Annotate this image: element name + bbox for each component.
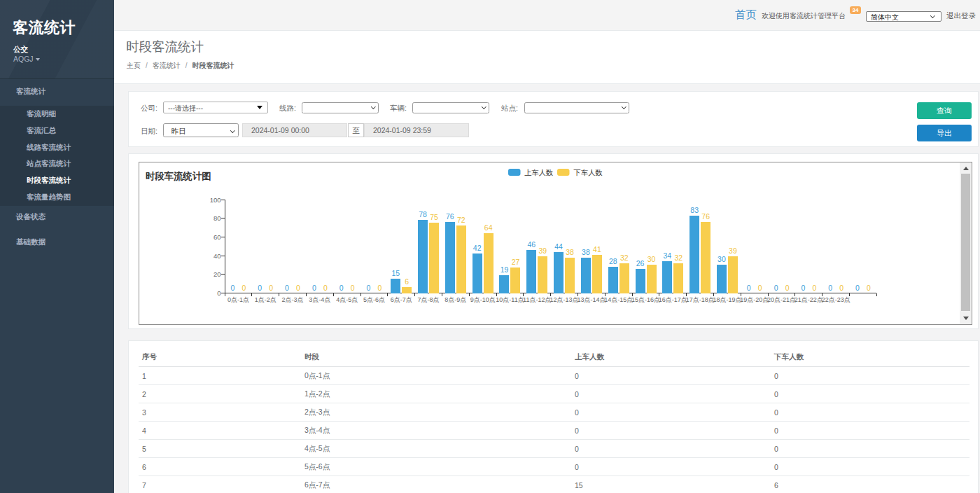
svg-text:0: 0	[839, 284, 844, 292]
svg-text:39: 39	[538, 246, 547, 255]
svg-text:30: 30	[718, 255, 726, 263]
svg-text:0: 0	[801, 284, 805, 292]
svg-text:0: 0	[378, 284, 382, 292]
svg-text:下车人数: 下车人数	[574, 169, 603, 176]
svg-text:34: 34	[663, 251, 671, 260]
svg-text:0点-1点: 0点-1点	[227, 296, 249, 303]
svg-text:38: 38	[582, 248, 590, 256]
svg-text:76: 76	[446, 212, 454, 221]
svg-text:8点-9点: 8点-9点	[444, 296, 466, 303]
svg-text:5点-6点: 5点-6点	[363, 296, 385, 303]
svg-text:22点-23点: 22点-23点	[822, 296, 850, 303]
svg-text:时段车流统计图: 时段车流统计图	[146, 171, 211, 181]
svg-text:15: 15	[391, 269, 400, 277]
svg-text:0: 0	[747, 284, 751, 292]
svg-text:38: 38	[566, 248, 574, 256]
svg-text:27: 27	[512, 258, 520, 266]
svg-text:0: 0	[269, 284, 273, 292]
svg-text:6点-7点: 6点-7点	[391, 296, 412, 303]
svg-text:76: 76	[701, 212, 710, 221]
svg-text:0: 0	[351, 284, 355, 292]
svg-text:32: 32	[620, 254, 629, 262]
svg-text:7点-8点: 7点-8点	[418, 296, 440, 303]
svg-text:6: 6	[405, 277, 409, 286]
svg-text:1点-2点: 1点-2点	[255, 296, 276, 303]
svg-text:0: 0	[867, 284, 871, 292]
svg-text:78: 78	[419, 210, 427, 218]
svg-text:上车人数: 上车人数	[524, 169, 553, 176]
svg-text:0: 0	[258, 284, 262, 292]
svg-text:40: 40	[214, 252, 221, 260]
svg-text:0: 0	[774, 284, 778, 292]
svg-text:26: 26	[636, 259, 645, 268]
svg-text:0: 0	[340, 284, 344, 292]
svg-text:0: 0	[312, 284, 316, 292]
svg-text:0: 0	[785, 284, 790, 292]
svg-text:41: 41	[593, 245, 601, 254]
svg-text:80: 80	[214, 214, 221, 222]
svg-text:0: 0	[758, 284, 762, 292]
svg-text:12点-13点: 12点-13点	[550, 296, 579, 303]
svg-text:16点-17点: 16点-17点	[659, 296, 687, 303]
svg-text:20: 20	[214, 270, 221, 278]
svg-text:64: 64	[484, 223, 493, 232]
svg-text:0: 0	[812, 284, 816, 292]
svg-text:10点-11点: 10点-11点	[496, 296, 524, 303]
svg-text:15点-16点: 15点-16点	[631, 296, 660, 303]
svg-text:0: 0	[855, 284, 860, 292]
svg-text:20点-21点: 20点-21点	[767, 296, 796, 303]
svg-text:100: 100	[210, 196, 221, 204]
svg-text:0: 0	[285, 284, 289, 292]
svg-text:46: 46	[527, 240, 536, 249]
svg-text:2点-3点: 2点-3点	[282, 296, 304, 303]
svg-text:32: 32	[674, 254, 682, 262]
svg-text:18点-19点: 18点-19点	[713, 296, 741, 303]
svg-text:14点-15点: 14点-15点	[604, 296, 633, 303]
svg-text:83: 83	[690, 206, 699, 214]
svg-text:0: 0	[296, 284, 300, 292]
svg-text:0: 0	[241, 284, 246, 292]
svg-text:4点-5点: 4点-5点	[336, 296, 358, 303]
svg-text:72: 72	[457, 216, 465, 224]
svg-text:30: 30	[648, 255, 656, 263]
svg-text:60: 60	[214, 233, 221, 241]
svg-text:0: 0	[230, 284, 234, 292]
svg-text:19点-20点: 19点-20点	[740, 296, 769, 303]
svg-text:21点-22点: 21点-22点	[794, 296, 823, 303]
svg-text:9点-10点: 9点-10点	[470, 296, 496, 303]
svg-text:3点-4点: 3点-4点	[309, 296, 330, 303]
svg-text:44: 44	[554, 242, 563, 251]
svg-text:19: 19	[500, 265, 509, 274]
svg-text:0: 0	[367, 284, 371, 292]
svg-text:17点-18点: 17点-18点	[686, 296, 715, 303]
svg-text:39: 39	[729, 246, 737, 255]
svg-text:0: 0	[828, 284, 832, 292]
svg-text:42: 42	[473, 244, 482, 252]
svg-text:13点-14点: 13点-14点	[577, 296, 606, 303]
svg-text:11点-12点: 11点-12点	[523, 296, 551, 303]
svg-text:0: 0	[323, 284, 328, 292]
svg-text:0: 0	[217, 289, 220, 297]
svg-text:75: 75	[430, 213, 438, 221]
svg-text:28: 28	[609, 257, 617, 265]
